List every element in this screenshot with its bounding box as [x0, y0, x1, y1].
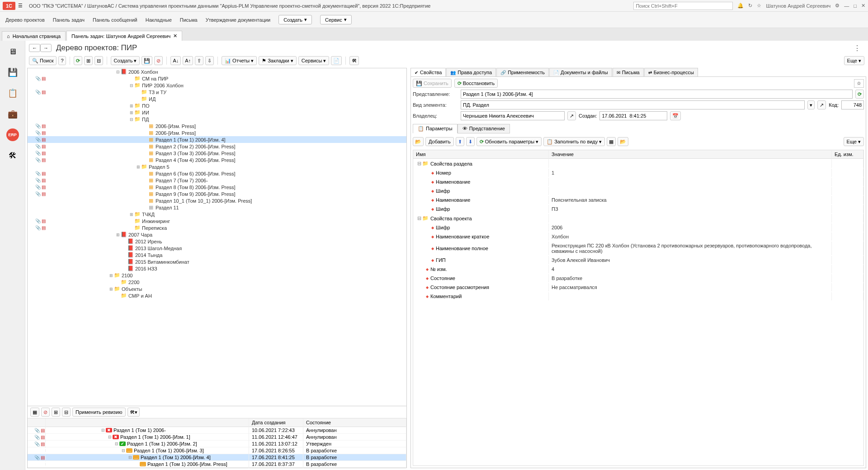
menu-messages[interactable]: Панель сообщений — [93, 17, 137, 23]
close-icon[interactable]: ✕ — [861, 3, 865, 9]
maximize-icon[interactable]: □ — [854, 3, 857, 9]
subtab-params[interactable]: 📋Параметры — [413, 124, 458, 133]
param-row[interactable]: ◆Наименование — [413, 177, 863, 186]
param-more-btn[interactable]: Еще ▾ — [844, 137, 864, 146]
menu-invoices[interactable]: Накладные — [146, 17, 172, 23]
subtab-repr[interactable]: 👁Представление — [458, 124, 510, 133]
settings-icon[interactable]: ⚙ — [835, 3, 840, 9]
rail-monitor-icon[interactable]: 🖥 — [6, 45, 19, 58]
rtab-bp[interactable]: ⇄Бизнес-процессы — [644, 68, 698, 76]
tree-row[interactable]: ⊞📁Раздел 5 — [28, 163, 406, 170]
expand-icon[interactable]: ⊟ — [115, 70, 121, 74]
reload-btn[interactable]: ⟳ — [74, 56, 82, 65]
tree-row[interactable]: ⊞📁2100 — [28, 272, 406, 279]
param-row[interactable]: ◆Шифр2006 — [413, 223, 863, 232]
minimize-icon[interactable]: — — [844, 3, 849, 9]
tree-row[interactable]: 📁ИД — [28, 95, 406, 102]
repr-reload-btn[interactable]: ⟳ — [855, 90, 864, 99]
star-icon[interactable]: ☆ — [757, 3, 761, 9]
close-tab-icon[interactable]: ✕ — [173, 33, 177, 39]
expand-icon[interactable]: ⊞ — [108, 273, 114, 278]
param-row[interactable]: ◆НаименованиеПояснительная записка — [413, 195, 863, 204]
rail-drive-icon[interactable]: 💾 — [6, 66, 19, 79]
tree-row[interactable]: 📁2200 — [28, 279, 406, 285]
tree-row[interactable]: ▦Раздел 10_1 (Том 10_1) 2006-[Изм. Press… — [28, 197, 406, 204]
tree-row[interactable]: 📕2014 Тында — [28, 252, 406, 258]
tree-row[interactable]: 📎▤▦Раздел 6 (Том 6) 2006-[Изм. Press] — [28, 170, 406, 177]
tree[interactable]: ⊟📕2006 Холбон📎▤📁СМ на ПИР⊟📁ПИР 2006 Холб… — [28, 68, 406, 406]
calendar-icon[interactable]: 📅 — [670, 111, 681, 120]
rev-row[interactable]: … Раздел 1 (Том 1) 2006-[Изм. Press]17.0… — [28, 461, 406, 468]
expand-icon[interactable]: ⊟ — [129, 117, 134, 122]
rail-erp-icon[interactable]: ERP — [6, 128, 19, 141]
kind-open-btn[interactable]: ↗ — [817, 100, 826, 109]
user-name[interactable]: Шатунов Андрей Сергеевич — [766, 3, 830, 9]
param-add-btn[interactable]: Добавить — [425, 137, 454, 146]
rtab-usage[interactable]: 🔗Применяемость — [496, 68, 549, 76]
param-row[interactable]: ◆ШифрПЗ — [413, 204, 863, 214]
rail-briefcase-icon[interactable]: 💼 — [6, 108, 19, 120]
expand-icon[interactable]: ⊞ — [129, 212, 134, 217]
tree-row[interactable]: ⊞📕2007 Чара — [28, 231, 406, 238]
tree-row[interactable]: ⊞📁ТЧКД — [28, 211, 406, 218]
tab-tasks[interactable]: Панель задач: Шатунов Андрей Сергеевич✕ — [66, 31, 182, 41]
rtab-docs[interactable]: 📄Документы и файлы — [549, 68, 612, 76]
param-row[interactable]: ◆ГИПЗубов Алексей Иванович — [413, 256, 863, 265]
tree-row[interactable]: 📎▤▦2006-[Изм. Press] — [28, 123, 406, 129]
tree-row[interactable]: 📕2013 Шагол-Медная — [28, 245, 406, 252]
menu-tree[interactable]: Дерево проектов — [5, 17, 45, 23]
param-row[interactable]: ◆Комментарий — [413, 292, 863, 301]
global-search-input[interactable] — [633, 2, 733, 10]
more-btn[interactable]: Еще ▾ — [844, 56, 864, 65]
tree-row[interactable]: 📎▤▦Раздел 4 (Том 4) 2006-[Изм. Press] — [28, 157, 406, 163]
tree-row[interactable]: ⊞📁ИИ — [28, 109, 406, 116]
kind-input[interactable] — [461, 100, 805, 109]
service-button[interactable]: Сервис ▾ — [320, 15, 352, 24]
tree-row[interactable]: ⊞📁ПО — [28, 102, 406, 109]
param-row[interactable]: ◆Шифр — [413, 186, 863, 195]
rev-collapse-btn[interactable]: ⊟ — [62, 408, 71, 417]
param-up-btn[interactable]: ⬆ — [456, 137, 464, 146]
nav-fwd-button[interactable]: → — [40, 44, 52, 52]
fav-btn[interactable]: ☆ — [854, 79, 864, 88]
help-btn[interactable]: ? — [58, 56, 66, 65]
tree-row[interactable]: 📎▤▦2006-[Изм. Press] — [28, 129, 406, 136]
repr-input[interactable] — [461, 90, 853, 99]
kind-pick-btn[interactable]: ▾ — [807, 100, 815, 109]
rail-clipboard-icon[interactable]: 📋 — [6, 87, 19, 100]
apply-revision-btn[interactable]: Применить ревизию — [72, 408, 126, 417]
tree-row[interactable]: ⊟📕2006 Холбон — [28, 68, 406, 75]
services-btn[interactable]: Сервисы ▾ — [298, 56, 330, 65]
param-filter-btn[interactable]: ▦ — [607, 137, 616, 146]
tree-row[interactable]: 📎▤▦Раздел 2 (Том 2) 2006-[Изм. Press] — [28, 143, 406, 150]
rev-expand-btn[interactable]: ⊞ — [52, 408, 60, 417]
sort-desc-btn[interactable]: A↑ — [183, 56, 193, 65]
param-row[interactable]: ◆Наименование полноеРеконструкция ПС 220… — [413, 241, 863, 256]
tree-row[interactable]: ⊟📁ПД — [28, 116, 406, 123]
tree-row[interactable]: 📕2015 Витаминкомбинат — [28, 258, 406, 265]
tree-row[interactable]: 📎▤📁Инжиниринг — [28, 218, 406, 224]
param-row[interactable]: ◆Наименование краткоеХолбон — [413, 232, 863, 241]
search-btn[interactable]: 🔍 Поиск — [29, 56, 57, 65]
page-more-icon[interactable]: ⋮ — [850, 44, 864, 52]
delete-btn[interactable]: ⊘ — [154, 56, 163, 65]
tree-row[interactable]: 📎▤📁СМ на ПИР — [28, 75, 406, 82]
rev-tool-btn[interactable]: 🛠▾ — [127, 408, 140, 417]
tree-row[interactable]: 📎▤▦Раздел 7 (Том 7) 2006- — [28, 177, 406, 184]
tab-home[interactable]: ⌂Начальная страница — [2, 31, 66, 41]
tree-row[interactable]: 📎▤▦Раздел 1 (Том 1) 2006-[Изм. 4] — [28, 136, 406, 143]
param-down-btn[interactable]: ⬇ — [466, 137, 475, 146]
move-down-btn[interactable]: ⇩ — [205, 56, 214, 65]
param-extra-btn[interactable]: 📂 — [618, 137, 628, 146]
rtab-letters[interactable]: ✉Письма — [613, 68, 644, 76]
bell-icon[interactable]: 🔔 — [737, 3, 744, 9]
sort-asc-btn[interactable]: A↓ — [170, 56, 181, 65]
tree-row[interactable]: ⊟📁ПИР 2006 Холбон — [28, 82, 406, 89]
rev-del-btn[interactable]: ⊘ — [41, 408, 50, 417]
tree-row[interactable]: 📕2012 Ирень — [28, 238, 406, 245]
tree-row[interactable]: ⊞📁Объекты — [28, 285, 406, 292]
expand-icon[interactable]: ⊞ — [129, 104, 134, 108]
tree-row[interactable]: 📁СМР и АН — [28, 292, 406, 299]
expand-icon[interactable]: ⊞ — [115, 233, 121, 237]
param-row[interactable]: ◆Состояние рассмотренияНе рассматривался — [413, 283, 863, 292]
